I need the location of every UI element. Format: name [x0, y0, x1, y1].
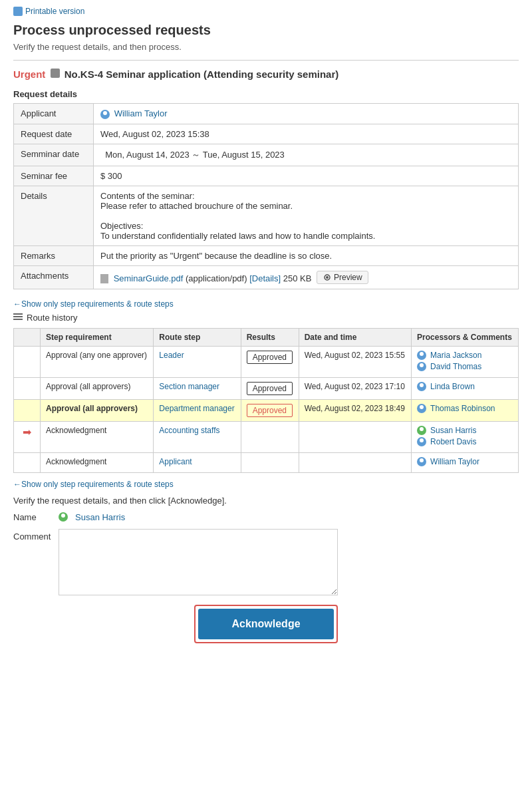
processor-icon	[417, 457, 426, 466]
show-step-link-top[interactable]: ←Show only step requirements & route ste…	[13, 299, 174, 309]
request-date-row: Request date Wed, August 02, 2023 15:38	[14, 124, 519, 144]
col-processors: Processors & Comments	[412, 328, 519, 346]
request-details-header: Request details	[13, 89, 519, 99]
processor-row-3-1: Robert Davis	[417, 437, 513, 446]
applicant-value: William Taylor	[94, 104, 519, 124]
details-label: Details	[14, 186, 94, 245]
processor-row-3-0: Susan Harris	[417, 426, 513, 435]
seminar-date-label: Semminar date	[14, 144, 94, 166]
request-title-text: Seminar application (Attending security …	[106, 69, 338, 80]
attachments-label: Attachments	[14, 265, 94, 289]
printer-icon	[13, 7, 23, 16]
approved-badge-red: Approved	[247, 404, 293, 417]
acknowledge-button[interactable]: Acknowledge	[198, 609, 333, 639]
processor-link[interactable]: Linda Brown	[430, 382, 475, 391]
processor-icon	[417, 426, 426, 435]
comment-input[interactable]	[59, 529, 338, 595]
attachment-details-link[interactable]: [Details]	[249, 273, 281, 283]
request-title-line: Urgent No.KS-4 Seminar application (Atte…	[13, 69, 519, 80]
name-value-link[interactable]: Susan Harris	[75, 512, 125, 522]
remarks-label: Remarks	[14, 245, 94, 265]
applicant-label: Applicant	[14, 104, 94, 124]
route-step-cell-1[interactable]: Section manager	[154, 377, 241, 399]
col-step-req-label: Step requirement	[41, 328, 154, 346]
current-arrow-icon: ➡	[23, 426, 31, 438]
request-details-table: Applicant William Taylor Request date We…	[13, 103, 519, 289]
processor-icon	[417, 382, 426, 391]
processor-link[interactable]: Thomas Robinson	[430, 404, 495, 413]
show-step-link-bottom[interactable]: ←Show only step requirements & route ste…	[13, 480, 519, 489]
route-step-cell-2[interactable]: Department manager	[154, 399, 241, 421]
processor-row-0-1: David Thomas	[417, 362, 513, 371]
status-section: ←Show only step requirements & route ste…	[13, 299, 519, 309]
svg-point-1	[326, 276, 329, 279]
seminar-fee-row: Seminar fee $ 300	[14, 166, 519, 186]
step-req-cell-0: Approval (any one approver)	[41, 346, 154, 377]
comment-label: Comment	[13, 529, 53, 595]
attachments-row: Attachments SeminarGuide.pdf (applicatio…	[14, 265, 519, 289]
col-date-time: Date and time	[299, 328, 411, 346]
step-req-cell-1: Approval (all approvers)	[41, 377, 154, 399]
result-cell-4	[241, 452, 299, 472]
arrow-cell-3: ➡	[14, 421, 41, 452]
approved-badge: Approved	[247, 351, 293, 364]
processor-icon	[417, 362, 426, 371]
processors-cell-0: Maria JacksonDavid Thomas	[412, 346, 519, 377]
route-table: Step requirement Route step Results Date…	[13, 328, 519, 473]
approved-badge: Approved	[247, 382, 293, 395]
arrow-cell-0	[14, 346, 41, 377]
date-cell-1: Wed, August 02, 2023 17:10	[299, 377, 411, 399]
date-cell-0: Wed, August 02, 2023 15:55	[299, 346, 411, 377]
seminar-fee-value: $ 300	[94, 166, 519, 186]
attachments-value: SeminarGuide.pdf (application/pdf) [Deta…	[94, 265, 519, 289]
applicant-icon	[100, 110, 110, 119]
route-history-label: Route history	[13, 313, 519, 323]
step-req-cell-4: Acknowledgment	[41, 452, 154, 472]
processor-row-1-0: Linda Brown	[417, 382, 513, 391]
processor-row-2-0: Thomas Robinson	[417, 404, 513, 413]
processor-link[interactable]: Maria Jackson	[430, 351, 481, 360]
attachment-type: (application/pdf)	[186, 273, 247, 283]
seminar-date-row: Semminar date Mon, August 14, 2023 ～ Tue…	[14, 144, 519, 166]
name-row: Name Susan Harris	[13, 512, 519, 522]
request-number: No.KS-4	[65, 69, 103, 80]
route-step-cell-0[interactable]: Leader	[154, 346, 241, 377]
processor-link[interactable]: William Taylor	[430, 457, 479, 466]
processor-row-0-0: Maria Jackson	[417, 351, 513, 360]
divider-top	[13, 60, 519, 61]
processor-link[interactable]: Robert Davis	[430, 437, 476, 446]
processor-icon	[417, 437, 426, 446]
urgent-label: Urgent	[13, 69, 45, 80]
applicant-link[interactable]: William Taylor	[114, 108, 168, 118]
details-value: Contents of the seminar: Please refer to…	[94, 186, 519, 245]
svg-rect-4	[13, 319, 23, 320]
request-date-value: Wed, August 02, 2023 15:38	[94, 124, 519, 144]
printable-link[interactable]: Printable version	[13, 7, 519, 16]
edit-icon	[51, 69, 60, 78]
acknowledge-wrapper: Acknowledge	[13, 605, 519, 643]
arrow-cell-4	[14, 452, 41, 472]
preview-button[interactable]: Preview	[317, 271, 368, 284]
processor-icon	[417, 404, 426, 413]
processor-link[interactable]: David Thomas	[430, 362, 481, 371]
remarks-row: Remarks Put the priority as "Urgent" bec…	[14, 245, 519, 265]
attachment-file-link[interactable]: SeminarGuide.pdf	[114, 273, 184, 283]
svg-rect-2	[13, 313, 23, 315]
result-cell-1: Approved	[241, 377, 299, 399]
processors-cell-4: William Taylor	[412, 452, 519, 472]
step-req-cell-2: Approval (all approvers)	[41, 399, 154, 421]
attachment-file-icon	[100, 274, 108, 283]
applicant-row: Applicant William Taylor	[14, 104, 519, 124]
route-step-cell-4[interactable]: Applicant	[154, 452, 241, 472]
col-results: Results	[241, 328, 299, 346]
route-step-cell-3[interactable]: Accounting staffs	[154, 421, 241, 452]
seminar-fee-label: Seminar fee	[14, 166, 94, 186]
result-cell-2: Approved	[241, 399, 299, 421]
processor-link[interactable]: Susan Harris	[430, 426, 476, 435]
details-row: Details Contents of the seminar: Please …	[14, 186, 519, 245]
seminar-date-value: Mon, August 14, 2023 ～ Tue, August 15, 2…	[94, 144, 519, 166]
col-step-req	[14, 328, 41, 346]
processors-cell-2: Thomas Robinson	[412, 399, 519, 421]
svg-rect-3	[13, 316, 23, 317]
col-route-step: Route step	[154, 328, 241, 346]
